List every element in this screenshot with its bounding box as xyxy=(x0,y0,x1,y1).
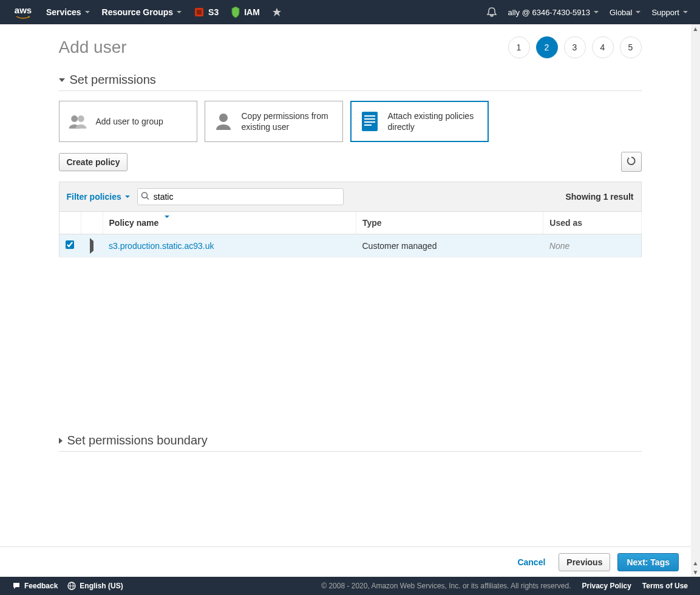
wizard-step-3[interactable]: 3 xyxy=(564,36,586,58)
sort-down-icon xyxy=(165,218,169,228)
permissions-boundary-title: Set permissions boundary xyxy=(67,433,208,447)
filter-policies-dropdown[interactable]: Filter policies xyxy=(67,192,130,202)
document-icon xyxy=(359,110,381,132)
nav-resource-groups-label: Resource Groups xyxy=(102,7,173,17)
nav-support[interactable]: Support xyxy=(651,8,688,17)
permissions-boundary-header[interactable]: Set permissions boundary xyxy=(59,433,642,452)
chevron-down-icon xyxy=(594,11,599,13)
vertical-scrollbar[interactable]: ▲ ▲ ▼ xyxy=(691,24,700,461)
col-header-label: Policy name xyxy=(109,218,159,228)
refresh-icon xyxy=(627,156,636,166)
top-nav: aws Services Resource Groups S3 IAM ally… xyxy=(0,0,700,24)
shortcut-s3-label: S3 xyxy=(208,7,219,17)
perm-card-add-to-group[interactable]: Add user to group xyxy=(59,101,197,142)
search-icon xyxy=(141,192,149,202)
perm-card-attach-policies[interactable]: Attach existing policies directly xyxy=(350,101,489,142)
nav-support-label: Support xyxy=(651,8,679,17)
svg-rect-8 xyxy=(364,121,375,123)
col-header-used-as[interactable]: Used as xyxy=(543,212,641,234)
col-header-policy-name[interactable]: Policy name xyxy=(103,212,356,234)
aws-smile-icon xyxy=(12,16,34,19)
shortcut-iam-label: IAM xyxy=(244,7,260,17)
nav-services[interactable]: Services xyxy=(46,7,90,17)
set-permissions-header[interactable]: Set permissions xyxy=(59,73,642,91)
svg-point-4 xyxy=(219,114,228,122)
perm-card-label: Add user to group xyxy=(96,116,163,127)
chevron-down-icon xyxy=(125,195,130,198)
svg-point-10 xyxy=(141,192,147,198)
chevron-down-icon xyxy=(636,11,641,13)
permission-options: Add user to group Copy permissions from … xyxy=(59,101,642,142)
create-policy-button[interactable]: Create policy xyxy=(59,153,128,171)
nav-resource-groups[interactable]: Resource Groups xyxy=(102,7,182,17)
wizard-step-5[interactable]: 5 xyxy=(620,36,642,58)
policy-row-name-cell: s3.production.static.ac93.uk xyxy=(103,234,356,257)
permissions-boundary-section: Set permissions boundary xyxy=(59,433,642,452)
policy-table: Policy name Type Used as s3.production.s… xyxy=(59,212,642,257)
bell-icon xyxy=(486,7,497,18)
user-icon xyxy=(212,110,234,132)
s3-icon xyxy=(194,7,205,18)
aws-logo[interactable]: aws xyxy=(12,5,34,19)
nav-services-label: Services xyxy=(46,7,81,17)
set-permissions-title: Set permissions xyxy=(70,73,156,87)
nav-notifications[interactable] xyxy=(486,7,497,18)
wizard-step-2[interactable]: 2 xyxy=(536,36,558,58)
svg-rect-1 xyxy=(197,10,202,15)
nav-account-label: ally @ 6346-7430-5913 xyxy=(508,8,590,17)
policy-link[interactable]: s3.production.static.ac93.uk xyxy=(109,241,214,251)
svg-line-11 xyxy=(146,197,149,200)
svg-point-2 xyxy=(71,115,78,122)
chevron-down-icon xyxy=(683,11,688,13)
group-icon xyxy=(67,110,89,132)
svg-rect-7 xyxy=(364,118,375,120)
svg-rect-6 xyxy=(364,115,375,117)
policy-search-input[interactable] xyxy=(137,188,344,205)
main-container: Add user 1 2 3 4 5 Set permissions Add u… xyxy=(59,24,642,452)
wizard-step-4[interactable]: 4 xyxy=(592,36,614,58)
svg-point-3 xyxy=(78,115,84,122)
policy-search xyxy=(137,188,344,205)
col-header-type[interactable]: Type xyxy=(356,212,543,234)
nav-region-label: Global xyxy=(610,8,633,17)
page-header: Add user 1 2 3 4 5 xyxy=(59,36,642,58)
policy-toolbar: Create policy xyxy=(59,152,642,172)
result-count: Showing 1 result xyxy=(565,192,633,202)
filter-bar: Filter policies Showing 1 result xyxy=(59,182,642,212)
policy-row-type: Customer managed xyxy=(356,234,543,257)
chevron-down-icon xyxy=(85,11,90,13)
nav-pin[interactable] xyxy=(272,7,282,17)
page-title: Add user xyxy=(59,38,127,57)
chevron-down-icon xyxy=(177,11,182,13)
svg-rect-9 xyxy=(364,124,372,126)
col-header-expand xyxy=(81,212,103,234)
pin-icon xyxy=(272,7,282,17)
policy-row[interactable]: s3.production.static.ac93.uk Customer ma… xyxy=(59,234,641,257)
iam-icon xyxy=(231,6,240,18)
policy-row-used-as-value: None xyxy=(549,241,569,251)
nav-region[interactable]: Global xyxy=(610,8,641,17)
aws-logo-text: aws xyxy=(15,5,32,15)
nav-shortcut-s3[interactable]: S3 xyxy=(194,7,219,18)
chevron-right-icon xyxy=(59,438,63,444)
nav-account[interactable]: ally @ 6346-7430-5913 xyxy=(508,8,599,17)
wizard-steps: 1 2 3 4 5 xyxy=(508,36,642,58)
perm-card-label: Attach existing policies directly xyxy=(388,110,480,132)
scroll-arrow-up-icon[interactable]: ▲ xyxy=(691,24,700,33)
col-header-checkbox xyxy=(59,212,81,234)
refresh-button[interactable] xyxy=(621,152,642,172)
policy-row-checkbox-cell xyxy=(59,234,81,257)
policy-row-expand[interactable] xyxy=(81,234,103,257)
perm-card-copy-user[interactable]: Copy permissions from existing user xyxy=(205,101,343,142)
wizard-step-1[interactable]: 1 xyxy=(508,36,530,58)
policy-row-used-as: None xyxy=(543,234,641,257)
nav-shortcut-iam[interactable]: IAM xyxy=(231,6,260,18)
chevron-right-icon xyxy=(90,238,93,254)
perm-card-label: Copy permissions from existing user xyxy=(242,110,335,132)
filter-policies-label: Filter policies xyxy=(67,192,121,202)
collapse-caret-icon xyxy=(59,78,65,82)
policy-row-checkbox[interactable] xyxy=(66,240,74,249)
